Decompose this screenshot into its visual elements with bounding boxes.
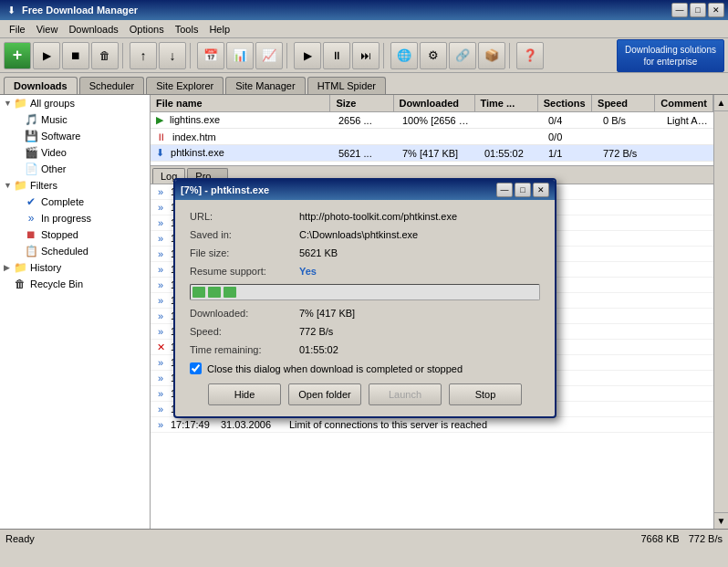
col-header-time[interactable]: Time ... xyxy=(475,95,538,111)
file-downloaded-2 xyxy=(397,136,479,138)
box-button[interactable]: 📦 xyxy=(478,42,505,69)
col-header-downloaded[interactable]: Downloaded xyxy=(394,95,475,111)
sidebar-label-in-progress: In progress xyxy=(41,213,91,224)
sidebar-item-video[interactable]: 🎬 Video xyxy=(0,144,150,161)
sidebar-item-all-groups[interactable]: ▼ 📁 All groups xyxy=(0,95,150,111)
sidebar-item-stopped[interactable]: ⏹ Stopped xyxy=(0,226,150,243)
modal-open-folder-button[interactable]: Open folder xyxy=(288,383,361,405)
sidebar-label-stopped: Stopped xyxy=(41,229,78,240)
tab-scheduler[interactable]: Scheduler xyxy=(79,77,145,94)
play2-button[interactable]: ▶ xyxy=(294,42,321,69)
col-header-comment[interactable]: Comment xyxy=(655,95,713,111)
file-size-1: 2656 ... xyxy=(333,114,397,127)
scheduler-button[interactable]: 📅 xyxy=(197,42,224,69)
menu-file[interactable]: File xyxy=(4,22,31,37)
sidebar-label-other: Other xyxy=(41,163,67,174)
menu-downloads[interactable]: Downloads xyxy=(63,22,123,37)
log-entry-icon: » xyxy=(154,295,167,306)
maximize-button[interactable]: □ xyxy=(690,3,706,17)
scroll-down-button[interactable]: ▼ xyxy=(714,512,728,529)
modal-speed-row: Speed: 772 B/s xyxy=(190,326,540,337)
tab-bar: Downloads Scheduler Site Explorer Site M… xyxy=(0,73,728,95)
complete-icon: ✔ xyxy=(24,194,38,209)
sidebar-item-software[interactable]: 💾 Software xyxy=(0,128,150,144)
table-row[interactable]: ⏸ index.htm 0/0 xyxy=(151,129,713,145)
sidebar-item-history[interactable]: ▶ 📁 History xyxy=(0,259,150,276)
folder-icon-all-groups: 📁 xyxy=(13,96,27,110)
menu-tools[interactable]: Tools xyxy=(170,22,204,37)
modal-maximize-button[interactable]: □ xyxy=(515,183,531,197)
tab-html-spider[interactable]: HTML Spider xyxy=(307,77,386,94)
globe-button[interactable]: 🌐 xyxy=(390,42,418,69)
table-row[interactable]: ▶ lightins.exe 2656 ... 100% [2656 KB] 0… xyxy=(151,112,713,129)
graph-button[interactable]: 📊 xyxy=(226,42,254,69)
modal-stop-button[interactable]: Stop xyxy=(449,383,522,405)
play-button[interactable]: ▶ xyxy=(33,42,60,69)
file-sections-1: 0/4 xyxy=(543,114,598,127)
help-button[interactable]: ❓ xyxy=(516,42,544,69)
add-button[interactable]: + xyxy=(4,42,31,69)
file-speed-1: 0 B/s xyxy=(598,114,661,127)
sidebar-item-recycle[interactable]: 🗑 Recycle Bin xyxy=(0,276,150,292)
log-entry-icon: » xyxy=(154,357,167,368)
list-item: »17:17:4931.03.2006Limit of connections … xyxy=(151,417,713,433)
modal-checkbox-row: Close this dialog when download is compl… xyxy=(190,362,540,374)
modal-minimize-button[interactable]: — xyxy=(496,183,513,197)
barchart-button[interactable]: 📈 xyxy=(255,42,283,69)
status-size: 7668 KB xyxy=(640,533,679,544)
remove-button[interactable]: 🗑 xyxy=(91,42,119,69)
log-message: Limit of connections to this server is r… xyxy=(289,419,487,430)
next-button[interactable]: ⏭ xyxy=(352,42,380,69)
close-button[interactable]: ✕ xyxy=(708,3,724,17)
log-entry-icon: » xyxy=(154,233,167,244)
settings-button[interactable]: ⚙ xyxy=(420,42,447,69)
tab-site-manager[interactable]: Site Manager xyxy=(225,77,305,94)
modal-close-button[interactable]: ✕ xyxy=(533,183,549,197)
col-header-speed[interactable]: Speed xyxy=(592,95,655,111)
col-header-sections[interactable]: Sections xyxy=(538,95,592,111)
menu-view[interactable]: View xyxy=(31,22,64,37)
sidebar-item-scheduled[interactable]: 📋 Scheduled xyxy=(0,243,150,259)
tab-downloads[interactable]: Downloads xyxy=(4,77,78,94)
sidebar-label-complete: Complete xyxy=(41,196,84,207)
pause-button[interactable]: ⏸ xyxy=(323,42,350,69)
log-entry-icon: » xyxy=(154,373,167,383)
modal-launch-button[interactable]: Launch xyxy=(369,383,442,405)
stop-button[interactable]: ⏹ xyxy=(62,42,89,69)
status-text: Ready xyxy=(5,533,35,544)
status-speed: 772 B/s xyxy=(689,533,723,544)
tab-site-explorer[interactable]: Site Explorer xyxy=(146,77,224,94)
sidebar-item-in-progress[interactable]: » In progress xyxy=(0,210,150,226)
col-header-filename[interactable]: File name xyxy=(151,95,330,111)
modal-url-row: URL: http://photo-toolkit.com/phtkinst.e… xyxy=(190,211,540,222)
enterprise-button[interactable]: Downloading solutions for enterprise xyxy=(617,39,724,72)
log-entry-icon: » xyxy=(154,186,167,197)
modal-checkbox[interactable] xyxy=(190,362,202,374)
sidebar-label-history: History xyxy=(30,262,61,273)
table-row[interactable]: ⬇ phtkinst.exe 5621 ... 7% [417 KB] 01:5… xyxy=(151,145,713,162)
minimize-button[interactable]: — xyxy=(671,3,688,17)
sidebar-item-music[interactable]: 🎵 Music xyxy=(0,111,150,128)
link-button[interactable]: 🔗 xyxy=(449,42,476,69)
menu-help[interactable]: Help xyxy=(203,22,235,37)
down-button[interactable]: ↓ xyxy=(159,42,186,69)
log-entry-icon: » xyxy=(154,264,167,275)
menu-options[interactable]: Options xyxy=(124,22,170,37)
modal-hide-button[interactable]: Hide xyxy=(208,383,281,405)
file-time-1 xyxy=(479,120,543,121)
scroll-up-button[interactable]: ▲ xyxy=(714,95,728,111)
sidebar-item-complete[interactable]: ✔ Complete xyxy=(0,194,150,210)
progress-block xyxy=(192,287,205,298)
sidebar-item-other[interactable]: 📄 Other xyxy=(0,161,150,177)
recycle-icon: 🗑 xyxy=(13,277,27,291)
col-header-size[interactable]: Size xyxy=(330,95,393,111)
expand-icon-filters: ▼ xyxy=(4,181,13,190)
sidebar-item-filters[interactable]: ▼ 📁 Filters xyxy=(0,177,150,194)
log-entry-icon: » xyxy=(154,404,167,415)
progress-block xyxy=(224,287,236,298)
music-icon: 🎵 xyxy=(24,112,38,127)
file-comment-1: Light Artist xyxy=(661,114,713,127)
up-button[interactable]: ↑ xyxy=(130,42,157,69)
sidebar-label-video: Video xyxy=(41,147,67,158)
modal-title: [7%] - phtkinst.exe xyxy=(181,184,494,195)
